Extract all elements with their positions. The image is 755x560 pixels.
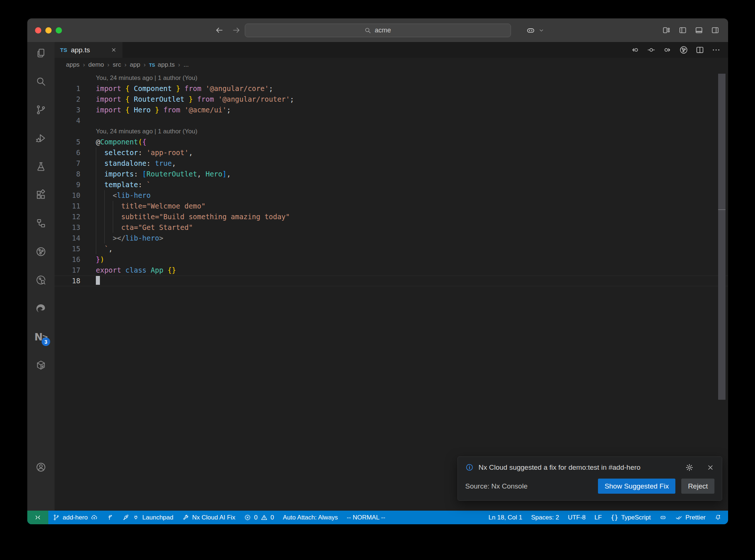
activity-edge-tools[interactable] [33,300,49,316]
copilot-icon [526,25,536,35]
activity-run-debug[interactable] [33,130,49,146]
navigate-forward-button[interactable] [232,25,241,35]
customize-layout-button[interactable] [662,26,671,35]
status-eol[interactable]: LF [590,511,606,524]
close-window-button[interactable] [35,27,41,34]
tab-app-ts[interactable]: TS app.ts [55,42,122,58]
status-vim-mode[interactable]: -- NORMAL -- [342,511,390,524]
typescript-file-icon: TS [60,47,67,53]
show-suggested-fix-button[interactable]: Show Suggested Fix [598,479,675,494]
code-line-11: 11 title="Welcmoe demo" [55,201,728,211]
line-number[interactable]: 11 [55,201,80,211]
next-change-button[interactable] [663,45,672,55]
activity-bar: N>3 [27,42,55,511]
previous-change-button[interactable] [630,45,640,55]
line-number[interactable]: 15 [55,244,80,254]
activity-account[interactable] [33,459,49,475]
toggle-secondary-sidebar-button[interactable] [711,26,720,35]
navigate-back-button[interactable] [215,25,224,35]
notification-close-icon[interactable] [706,463,714,472]
status-indentation[interactable]: Spaces: 2 [527,511,564,524]
activity-testing[interactable] [33,158,49,175]
minimize-window-button[interactable] [45,27,52,34]
breadcrumb-item-apps[interactable]: apps [66,61,80,69]
activity-git-history[interactable] [33,272,49,288]
line-number[interactable]: 6 [55,147,80,158]
status-eol-label: LF [595,514,602,521]
status-notifications-bell[interactable] [710,511,726,524]
status-nx-cloud-ai-fix[interactable]: Nx Cloud AI Fix [178,511,240,524]
status-auto-attach[interactable]: Auto Attach: Always [278,511,342,524]
line-number[interactable]: 4 [55,115,80,126]
line-number[interactable]: 14 [55,233,80,244]
status-problems[interactable]: 00 [240,511,278,524]
notification-settings-icon[interactable] [685,463,693,472]
tab-label: app.ts [71,46,90,54]
breadcrumb-item-demo[interactable]: demo [88,61,104,69]
split-editor-button[interactable] [695,45,704,55]
line-number[interactable]: 16 [55,254,80,265]
toggle-primary-sidebar-button[interactable] [678,26,687,35]
line-number[interactable]: 3 [55,105,80,115]
breadcrumb-item-app-ts[interactable]: TSapp.ts [149,61,175,69]
activity-search[interactable] [33,73,49,90]
git-graph-circle-icon [35,246,46,257]
command-center-search[interactable]: acme [245,24,511,37]
breadcrumb-separator: › [83,61,85,69]
git-commit-icon [107,514,114,521]
status-copilot[interactable] [655,511,671,524]
status-launchpad[interactable]: Launchpad [118,511,178,524]
editor-code-area[interactable]: You, 24 minutes ago | 1 author (You)1imp… [55,72,728,511]
status-problems-label: 0 [254,514,257,521]
activity-explorer[interactable] [33,45,49,61]
activity-extensions[interactable] [33,187,49,203]
toggle-blame-annotations-button[interactable] [647,45,656,55]
window-controls [35,18,62,42]
bell-dot-icon [714,514,721,521]
code-text: template: ` [96,179,151,190]
line-number[interactable]: 5 [55,137,80,147]
line-number[interactable]: 17 [55,265,80,276]
editor-scrollbar[interactable] [718,74,726,400]
activity-git-graph-circle[interactable] [33,244,49,260]
breadcrumb-item-src[interactable]: src [113,61,121,69]
status-prettier[interactable]: Prettier [671,511,710,524]
toggle-panel-button[interactable] [695,26,703,35]
line-number[interactable]: 2 [55,94,80,105]
activity-package-explorer[interactable] [33,357,49,373]
activity-project-hierarchy[interactable] [33,215,49,231]
breadcrumb-item--[interactable]: ... [184,61,189,69]
maximize-window-button[interactable] [56,27,62,34]
status-cursor-position[interactable]: Ln 18, Col 1 [484,511,527,524]
status-commit-graph[interactable] [102,511,118,524]
check-double-icon [675,514,682,521]
close-tab-icon[interactable] [111,47,117,53]
line-number[interactable]: 8 [55,169,80,179]
breadcrumb-item-app[interactable]: app [130,61,140,69]
code-text: }) [96,254,104,265]
line-number[interactable]: 7 [55,158,80,169]
search-icon [364,27,371,34]
status-encoding[interactable]: UTF-8 [563,511,590,524]
typescript-file-icon: TS [149,62,155,68]
activity-nx-console[interactable]: N>3 [33,329,49,345]
status-language-mode-label: TypeScript [621,514,651,521]
line-number[interactable]: 13 [55,222,80,233]
copilot-menu-button[interactable] [526,18,544,42]
status-remote-indicator[interactable] [27,511,48,524]
code-line-3: 3import { Hero } from '@acme/ui'; [55,105,728,115]
activity-source-control[interactable] [33,102,49,118]
status-git-branch[interactable]: add-hero [48,511,102,524]
line-number[interactable]: 18 [55,276,80,286]
activity-settings[interactable] [33,487,49,504]
status-language-mode[interactable]: {}TypeScript [606,511,655,524]
line-number[interactable]: 1 [55,83,80,94]
more-actions-button[interactable] [711,45,721,55]
code-text: `, [96,244,113,254]
code-text: import { Hero } from '@acme/ui'; [96,105,231,115]
line-number[interactable]: 10 [55,190,80,201]
line-number[interactable]: 12 [55,211,80,222]
git-graph-button[interactable] [679,45,688,55]
line-number[interactable]: 9 [55,179,80,190]
reject-button[interactable]: Reject [681,479,714,494]
